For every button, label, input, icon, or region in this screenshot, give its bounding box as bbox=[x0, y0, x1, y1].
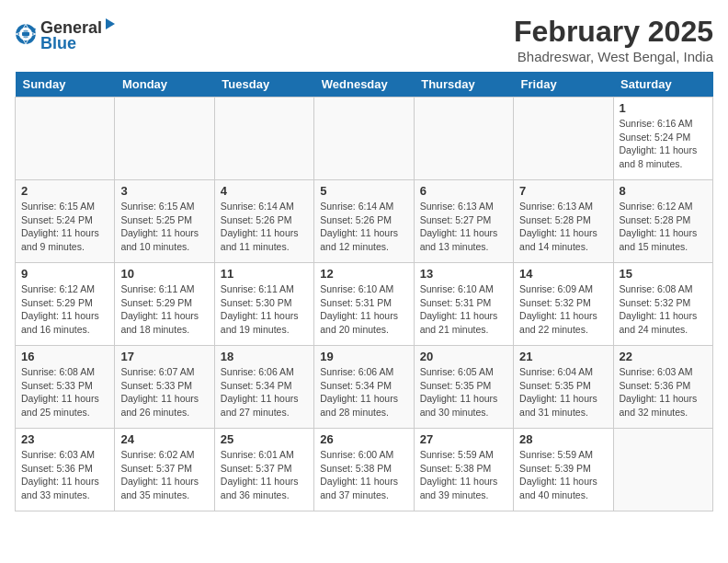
calendar-cell bbox=[514, 98, 613, 180]
day-number: 18 bbox=[221, 350, 308, 363]
day-number: 14 bbox=[519, 267, 607, 281]
calendar-cell: 23Sunrise: 6:03 AMSunset: 5:36 PMDayligh… bbox=[16, 429, 115, 511]
day-info-text: Sunrise: 6:08 AMSunset: 5:33 PMDaylight:… bbox=[21, 365, 108, 419]
day-number: 26 bbox=[320, 432, 407, 446]
day-info-text: Sunrise: 5:59 AMSunset: 5:39 PMDaylight:… bbox=[519, 448, 607, 502]
sub-title: Bhadreswar, West Bengal, India bbox=[514, 49, 713, 64]
day-info-text: Sunrise: 6:13 AMSunset: 5:28 PMDaylight:… bbox=[519, 200, 607, 254]
day-number: 24 bbox=[120, 432, 208, 446]
day-info-text: Sunrise: 6:12 AMSunset: 5:29 PMDaylight:… bbox=[21, 282, 108, 337]
day-info-text: Sunrise: 6:02 AMSunset: 5:37 PMDaylight:… bbox=[120, 448, 208, 502]
calendar-cell: 19Sunrise: 6:06 AMSunset: 5:34 PMDayligh… bbox=[314, 346, 414, 429]
calendar-cell: 27Sunrise: 5:59 AMSunset: 5:38 PMDayligh… bbox=[414, 429, 513, 511]
day-number: 22 bbox=[620, 350, 707, 363]
calendar-cell bbox=[214, 98, 313, 180]
calendar-cell: 24Sunrise: 6:02 AMSunset: 5:37 PMDayligh… bbox=[115, 429, 214, 511]
calendar-cell: 10Sunrise: 6:11 AMSunset: 5:29 PMDayligh… bbox=[115, 263, 214, 346]
day-number: 19 bbox=[320, 350, 407, 363]
day-info-text: Sunrise: 6:06 AMSunset: 5:34 PMDaylight:… bbox=[320, 365, 407, 419]
day-number: 28 bbox=[519, 432, 607, 446]
day-info-text: Sunrise: 6:00 AMSunset: 5:38 PMDaylight:… bbox=[320, 448, 407, 502]
day-info-text: Sunrise: 6:07 AMSunset: 5:33 PMDaylight:… bbox=[120, 365, 208, 419]
calendar-cell: 5Sunrise: 6:14 AMSunset: 5:26 PMDaylight… bbox=[314, 180, 414, 263]
calendar-cell bbox=[613, 429, 712, 511]
day-number: 20 bbox=[420, 350, 507, 363]
calendar-cell: 14Sunrise: 6:09 AMSunset: 5:32 PMDayligh… bbox=[514, 263, 613, 346]
day-number: 25 bbox=[221, 432, 308, 446]
calendar-cell: 12Sunrise: 6:10 AMSunset: 5:31 PMDayligh… bbox=[314, 263, 414, 346]
day-number: 17 bbox=[120, 350, 208, 363]
day-number: 8 bbox=[620, 184, 707, 198]
day-number: 6 bbox=[420, 184, 507, 198]
day-number: 12 bbox=[320, 267, 407, 281]
week-row-5: 23Sunrise: 6:03 AMSunset: 5:36 PMDayligh… bbox=[16, 429, 713, 511]
day-number: 16 bbox=[21, 350, 108, 363]
day-info-text: Sunrise: 6:03 AMSunset: 5:36 PMDaylight:… bbox=[620, 365, 707, 419]
day-header-monday: Monday bbox=[115, 72, 214, 98]
day-number: 11 bbox=[221, 267, 308, 281]
calendar-cell: 3Sunrise: 6:15 AMSunset: 5:25 PMDaylight… bbox=[115, 180, 214, 263]
calendar-cell: 13Sunrise: 6:10 AMSunset: 5:31 PMDayligh… bbox=[414, 263, 513, 346]
calendar-header-row: SundayMondayTuesdayWednesdayThursdayFrid… bbox=[16, 72, 713, 98]
day-number: 7 bbox=[519, 184, 607, 198]
day-info-text: Sunrise: 6:03 AMSunset: 5:36 PMDaylight:… bbox=[21, 448, 108, 502]
day-info-text: Sunrise: 6:14 AMSunset: 5:26 PMDaylight:… bbox=[221, 200, 308, 254]
day-header-saturday: Saturday bbox=[613, 72, 712, 98]
calendar-cell: 17Sunrise: 6:07 AMSunset: 5:33 PMDayligh… bbox=[115, 346, 214, 429]
calendar-cell: 15Sunrise: 6:08 AMSunset: 5:32 PMDayligh… bbox=[613, 263, 712, 346]
day-number: 1 bbox=[620, 101, 707, 115]
day-info-text: Sunrise: 6:15 AMSunset: 5:25 PMDaylight:… bbox=[120, 200, 208, 254]
day-number: 15 bbox=[620, 267, 707, 281]
day-info-text: Sunrise: 6:10 AMSunset: 5:31 PMDaylight:… bbox=[420, 282, 507, 337]
day-header-tuesday: Tuesday bbox=[214, 72, 313, 98]
title-area: February 2025 Bhadreswar, West Bengal, I… bbox=[514, 15, 713, 64]
day-number: 9 bbox=[21, 267, 108, 281]
calendar-cell: 26Sunrise: 6:00 AMSunset: 5:38 PMDayligh… bbox=[314, 429, 414, 511]
logo-arrow-icon bbox=[102, 15, 117, 33]
day-number: 5 bbox=[320, 184, 407, 198]
day-info-text: Sunrise: 6:11 AMSunset: 5:30 PMDaylight:… bbox=[221, 282, 308, 337]
day-info-text: Sunrise: 6:06 AMSunset: 5:34 PMDaylight:… bbox=[221, 365, 308, 419]
calendar-cell: 9Sunrise: 6:12 AMSunset: 5:29 PMDaylight… bbox=[16, 263, 115, 346]
week-row-4: 16Sunrise: 6:08 AMSunset: 5:33 PMDayligh… bbox=[16, 346, 713, 429]
calendar-cell: 8Sunrise: 6:12 AMSunset: 5:28 PMDaylight… bbox=[613, 180, 712, 263]
day-info-text: Sunrise: 6:04 AMSunset: 5:35 PMDaylight:… bbox=[519, 365, 607, 419]
day-number: 13 bbox=[420, 267, 507, 281]
calendar-cell: 4Sunrise: 6:14 AMSunset: 5:26 PMDaylight… bbox=[214, 180, 313, 263]
day-info-text: Sunrise: 6:11 AMSunset: 5:29 PMDaylight:… bbox=[120, 282, 208, 337]
calendar-body: 1Sunrise: 6:16 AMSunset: 5:24 PMDaylight… bbox=[16, 98, 713, 511]
day-number: 10 bbox=[120, 267, 208, 281]
day-info-text: Sunrise: 5:59 AMSunset: 5:38 PMDaylight:… bbox=[420, 448, 507, 502]
day-info-text: Sunrise: 6:16 AMSunset: 5:24 PMDaylight:… bbox=[620, 117, 707, 171]
week-row-2: 2Sunrise: 6:15 AMSunset: 5:24 PMDaylight… bbox=[16, 180, 713, 263]
day-info-text: Sunrise: 6:10 AMSunset: 5:31 PMDaylight:… bbox=[320, 282, 407, 337]
day-header-friday: Friday bbox=[514, 72, 613, 98]
day-info-text: Sunrise: 6:09 AMSunset: 5:32 PMDaylight:… bbox=[519, 282, 607, 337]
day-info-text: Sunrise: 6:13 AMSunset: 5:27 PMDaylight:… bbox=[420, 200, 507, 254]
calendar-cell: 28Sunrise: 5:59 AMSunset: 5:39 PMDayligh… bbox=[514, 429, 613, 511]
calendar-cell: 18Sunrise: 6:06 AMSunset: 5:34 PMDayligh… bbox=[214, 346, 313, 429]
calendar-cell: 21Sunrise: 6:04 AMSunset: 5:35 PMDayligh… bbox=[514, 346, 613, 429]
week-row-1: 1Sunrise: 6:16 AMSunset: 5:24 PMDaylight… bbox=[16, 98, 713, 180]
calendar-cell bbox=[414, 98, 513, 180]
calendar-cell: 6Sunrise: 6:13 AMSunset: 5:27 PMDaylight… bbox=[414, 180, 513, 263]
day-number: 27 bbox=[420, 432, 507, 446]
day-number: 4 bbox=[221, 184, 308, 198]
logo: General Blue bbox=[15, 15, 117, 53]
calendar-cell bbox=[115, 98, 214, 180]
day-info-text: Sunrise: 6:05 AMSunset: 5:35 PMDaylight:… bbox=[420, 365, 507, 419]
day-number: 2 bbox=[21, 184, 108, 198]
calendar-cell: 25Sunrise: 6:01 AMSunset: 5:37 PMDayligh… bbox=[214, 429, 313, 511]
day-info-text: Sunrise: 6:01 AMSunset: 5:37 PMDaylight:… bbox=[221, 448, 308, 502]
calendar-table: SundayMondayTuesdayWednesdayThursdayFrid… bbox=[15, 72, 713, 511]
week-row-3: 9Sunrise: 6:12 AMSunset: 5:29 PMDaylight… bbox=[16, 263, 713, 346]
day-number: 3 bbox=[120, 184, 208, 198]
day-number: 23 bbox=[21, 432, 108, 446]
day-info-text: Sunrise: 6:12 AMSunset: 5:28 PMDaylight:… bbox=[620, 200, 707, 254]
day-info-text: Sunrise: 6:14 AMSunset: 5:26 PMDaylight:… bbox=[320, 200, 407, 254]
day-info-text: Sunrise: 6:08 AMSunset: 5:32 PMDaylight:… bbox=[620, 282, 707, 337]
svg-marker-3 bbox=[106, 18, 115, 29]
day-header-thursday: Thursday bbox=[414, 72, 513, 98]
calendar-cell: 20Sunrise: 6:05 AMSunset: 5:35 PMDayligh… bbox=[414, 346, 513, 429]
day-header-sunday: Sunday bbox=[16, 72, 115, 98]
